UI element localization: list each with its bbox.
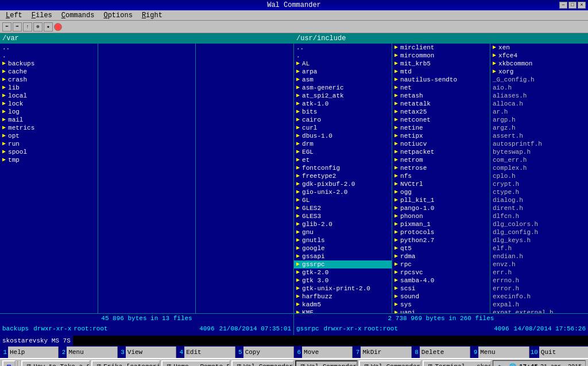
taskbar-item-3[interactable]: 🖥Wal Commander	[231, 360, 294, 366]
right-col3-item-7[interactable]: alloca.h	[490, 100, 588, 108]
right-col2-item-21[interactable]: ▶phonon	[392, 212, 490, 220]
menu-commands[interactable]: Commands	[57, 10, 99, 21]
taskbar-item-4[interactable]: 🖥Wal Commander	[295, 360, 358, 366]
right-col1-item-6[interactable]: ▶at_spi2_atk	[294, 92, 392, 100]
right-col1-item-19[interactable]: ▶GL	[294, 196, 392, 204]
right-col3-item-22[interactable]: dlg_colors.h	[490, 220, 588, 228]
right-col3-item-16[interactable]: cplo.h	[490, 172, 588, 180]
right-col1-item-7[interactable]: ▶atk-1.0	[294, 100, 392, 108]
right-col1-item-26[interactable]: ▶gssapi	[294, 252, 392, 260]
right-col2-item-29[interactable]: ▶samba-4.0	[392, 277, 490, 285]
right-col2-item-25[interactable]: ▶qt5	[392, 244, 490, 252]
right-col1-item-22[interactable]: ▶glib-2.0	[294, 220, 392, 228]
right-col2-item-13[interactable]: ▶netpacket	[392, 148, 490, 156]
right-col3-item-19[interactable]: dialog.h	[490, 196, 588, 204]
right-col2-item-18[interactable]: ▶ogg	[392, 188, 490, 196]
right-col1-item-24[interactable]: ▶gnutls	[294, 236, 392, 244]
taskbar-item-0[interactable]: 🖥How to Take a Screenshot...	[21, 360, 90, 366]
right-col2-item-5[interactable]: ▶net	[392, 84, 490, 92]
fkey-10[interactable]: 10Quit	[529, 346, 588, 358]
right-col1-item-15[interactable]: ▶fontconfig	[294, 164, 392, 172]
right-col1-item-25[interactable]: ▶google	[294, 244, 392, 252]
fkey-5[interactable]: 5Copy	[235, 346, 294, 358]
right-col2-item-31[interactable]: ▶sound	[392, 293, 490, 301]
right-col1-item-5[interactable]: ▶asm-generic	[294, 84, 392, 92]
right-col1-item-0[interactable]: ..	[294, 44, 392, 52]
fkey-3[interactable]: 3View	[118, 346, 176, 358]
right-col2-item-6[interactable]: ▶netash	[392, 92, 490, 100]
fkey-1[interactable]: 1Help	[0, 346, 59, 358]
right-col1-item-8[interactable]: ▶bits	[294, 108, 392, 116]
right-col3-item-3[interactable]: ▶xorg	[490, 68, 588, 76]
right-col3-item-26[interactable]: endian.h	[490, 252, 588, 260]
right-col2-item-4[interactable]: ▶nautilus-sendto	[392, 76, 490, 84]
start-button[interactable]: ⊞	[2, 360, 16, 366]
right-col3-item-15[interactable]: complex.h	[490, 164, 588, 172]
right-col1-item-3[interactable]: ▶arpa	[294, 68, 392, 76]
left-item-4[interactable]: ▶crash	[0, 76, 98, 84]
right-col2-item-9[interactable]: ▶netconet	[392, 116, 490, 124]
left-item-11[interactable]: ▶opt	[0, 132, 98, 140]
right-col3-item-21[interactable]: dlfcn.h	[490, 212, 588, 220]
left-item-5[interactable]: ▶lib	[0, 84, 98, 92]
right-col2-item-8[interactable]: ▶netax25	[392, 108, 490, 116]
right-col3-item-33[interactable]: expat_external.h	[490, 309, 588, 313]
left-item-8[interactable]: ▶log	[0, 108, 98, 116]
right-col1-item-28[interactable]: ▶gtk-2.0	[294, 268, 392, 277]
taskbar-item-1[interactable]: 🖥Erika [categories] - Qt Crea...	[91, 360, 160, 366]
left-item-14[interactable]: ▶tmp	[0, 156, 98, 164]
right-col3-item-1[interactable]: ▶xfce4	[490, 52, 588, 60]
right-col3-item-11[interactable]: assert.h	[490, 132, 588, 140]
cmd-input[interactable]	[73, 336, 588, 346]
close-button[interactable]: ×	[578, 2, 586, 9]
right-col3-item-0[interactable]: ▶xen	[490, 44, 588, 52]
right-col2-item-3[interactable]: ▶mtd	[392, 68, 490, 76]
right-col3-item-12[interactable]: autosprintf.h	[490, 140, 588, 148]
right-col2-item-23[interactable]: ▶protocols	[392, 228, 490, 236]
left-item-2[interactable]: ▶backups	[0, 60, 98, 68]
taskbar-item-2[interactable]: 🖥Home - Remote Desktop V...	[161, 360, 230, 366]
right-col1-item-4[interactable]: ▶asm	[294, 76, 392, 84]
right-col3-item-20[interactable]: dirent.h	[490, 204, 588, 212]
right-col2-item-26[interactable]: ▶rdma	[392, 252, 490, 260]
right-col1-item-13[interactable]: ▶EGL	[294, 148, 392, 156]
right-col2-item-7[interactable]: ▶netatalk	[392, 100, 490, 108]
right-col2-item-12[interactable]: ▶notiucv	[392, 140, 490, 148]
left-item-9[interactable]: ▶mail	[0, 116, 98, 124]
right-col2-item-2[interactable]: ▶mit_krb5	[392, 60, 490, 68]
right-col2-item-1[interactable]: ▶mircommon	[392, 52, 490, 60]
toolbar-btn-1[interactable]: ⬅	[2, 22, 11, 32]
right-col3-item-2[interactable]: ▶xkbcommon	[490, 60, 588, 68]
right-col1-item-17[interactable]: ▶gdk-pixbuf-2.0	[294, 180, 392, 188]
right-col3-item-28[interactable]: err.h	[490, 268, 588, 277]
right-col3-item-5[interactable]: aio.h	[490, 84, 588, 92]
menu-options[interactable]: Options	[99, 10, 137, 21]
right-col2-item-19[interactable]: ▶pll_kit_1	[392, 196, 490, 204]
fkey-9[interactable]: 9Menu	[470, 346, 529, 358]
right-col1-item-21[interactable]: ▶GLES3	[294, 212, 392, 220]
right-col3-item-6[interactable]: aliases.h	[490, 92, 588, 100]
right-col3-item-27[interactable]: envz.h	[490, 260, 588, 268]
toolbar-btn-2[interactable]: ➡	[13, 22, 22, 32]
right-col1-item-30[interactable]: ▶gtk-unix-print-2.0	[294, 285, 392, 293]
right-col1-item-20[interactable]: ▶GLES2	[294, 204, 392, 212]
right-col1-item-12[interactable]: ▶drm	[294, 140, 392, 148]
toolbar-btn-3[interactable]: ↑	[23, 22, 32, 32]
right-col1-item-23[interactable]: ▶gnu	[294, 228, 392, 236]
right-col3-item-10[interactable]: argz.h	[490, 124, 588, 132]
left-item-6[interactable]: ▶local	[0, 92, 98, 100]
right-col1-item-29[interactable]: ▶gtk 3.0	[294, 277, 392, 285]
right-col2-item-17[interactable]: ▶NVCtrl	[392, 180, 490, 188]
right-col3-item-29[interactable]: errno.h	[490, 277, 588, 285]
right-col3-item-4[interactable]: _G_config.h	[490, 76, 588, 84]
right-col3-item-25[interactable]: elf.h	[490, 244, 588, 252]
fkey-4[interactable]: 4Edit	[176, 346, 235, 358]
right-col3-item-18[interactable]: ctype.h	[490, 188, 588, 196]
fkey-6[interactable]: 6Move	[294, 346, 353, 358]
toolbar-btn-4[interactable]: ⊕	[33, 22, 42, 32]
right-col3-item-24[interactable]: dlg_keys.h	[490, 236, 588, 244]
taskbar-item-5[interactable]: 🖥Wal Commander	[359, 360, 421, 366]
right-col3-item-32[interactable]: expal.h	[490, 301, 588, 309]
right-col2-item-24[interactable]: ▶python2.7	[392, 236, 490, 244]
taskbar-item-6[interactable]: 🖥Terminal - skostarevsky@sk...	[423, 360, 492, 366]
